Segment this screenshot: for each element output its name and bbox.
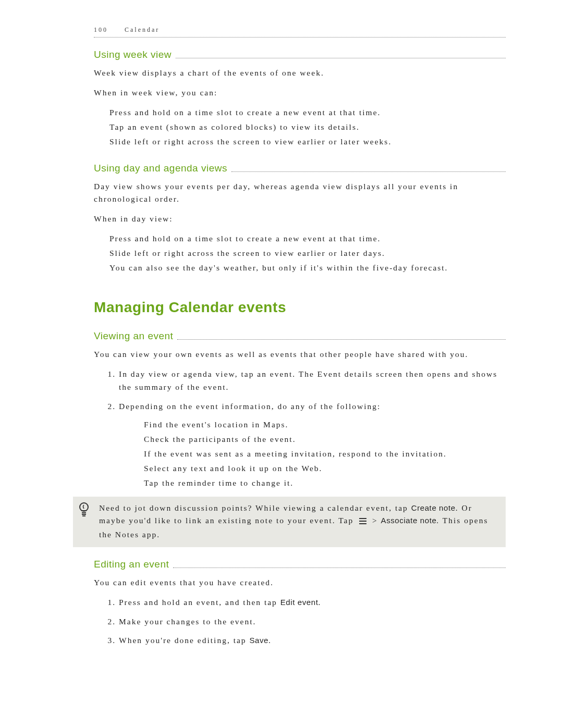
lightbulb-icon bbox=[77, 502, 91, 517]
dotted-rule bbox=[176, 58, 506, 58]
step-item: When you're done editing, tap Save. bbox=[119, 634, 506, 647]
step-tail: . bbox=[268, 636, 272, 645]
subheading-row-editing: Editing an event bbox=[94, 559, 506, 570]
ui-save: Save bbox=[249, 636, 268, 645]
list-item: Slide left or right across the screen to… bbox=[109, 247, 506, 260]
step-item: Make your changes to the event. bbox=[119, 615, 506, 628]
svg-rect-2 bbox=[359, 521, 366, 522]
menu-icon bbox=[359, 516, 367, 528]
list-item: If the event was sent as a meeting invit… bbox=[144, 448, 506, 460]
ui-create-note: Create note bbox=[411, 503, 456, 512]
viewing-intro: You can view your own events as well as … bbox=[94, 348, 506, 361]
list-item: Press and hold on a time slot to create … bbox=[109, 106, 506, 119]
week-intro: Week view displays a chart of the events… bbox=[94, 67, 506, 79]
page-number: 100 bbox=[94, 26, 108, 33]
svg-point-0 bbox=[80, 503, 88, 511]
tip-callout: Need to jot down discussion points? Whil… bbox=[73, 497, 506, 547]
viewing-steps: In day view or agenda view, tap an event… bbox=[94, 368, 506, 489]
tip-text: Need to jot down discussion points? Whil… bbox=[99, 502, 500, 541]
editing-steps: Press and hold an event, and then tap Ed… bbox=[94, 596, 506, 647]
list-item: Press and hold on a time slot to create … bbox=[109, 232, 506, 245]
document-page: 100 Calendar Using week view Week view d… bbox=[0, 0, 563, 728]
step-item: Press and hold an event, and then tap Ed… bbox=[119, 596, 506, 609]
step-tail: . bbox=[318, 598, 321, 607]
page-header: 100 Calendar bbox=[94, 26, 506, 34]
subheading-week: Using week view bbox=[94, 49, 172, 60]
list-item: Check the participants of the event. bbox=[144, 433, 506, 446]
day-lead: When in day view: bbox=[94, 213, 506, 225]
list-item: Tap an event (shown as colored blocks) t… bbox=[109, 121, 506, 133]
subheading-row-viewing: Viewing an event bbox=[94, 330, 506, 342]
ui-associate-note: Associate note bbox=[381, 516, 437, 525]
tip-chevr: > bbox=[369, 516, 381, 525]
subheading-editing: Editing an event bbox=[94, 559, 169, 570]
week-lead: When in week view, you can: bbox=[94, 87, 506, 99]
step-text: When you're done editing, tap bbox=[119, 636, 249, 645]
list-item: Slide left or right across the screen to… bbox=[109, 135, 506, 148]
dotted-rule bbox=[231, 171, 506, 172]
dotted-rule bbox=[173, 567, 506, 568]
subheading-day: Using day and agenda views bbox=[94, 163, 227, 174]
step-text: Depending on the event information, do a… bbox=[119, 402, 381, 411]
header-section: Calendar bbox=[125, 26, 160, 33]
step-item: In day view or agenda view, tap an event… bbox=[119, 368, 506, 394]
list-item: Tap the reminder time to change it. bbox=[144, 477, 506, 489]
svg-rect-1 bbox=[359, 518, 366, 519]
week-bullets: Press and hold on a time slot to create … bbox=[109, 106, 506, 148]
subheading-row-day: Using day and agenda views bbox=[94, 163, 506, 174]
step-item: Depending on the event information, do a… bbox=[119, 400, 506, 489]
day-bullets: Press and hold on a time slot to create … bbox=[109, 232, 506, 274]
list-item: Find the event's location in Maps. bbox=[144, 418, 506, 431]
heading-managing: Managing Calendar events bbox=[94, 299, 506, 316]
step-text: Press and hold an event, and then tap bbox=[119, 598, 280, 607]
ui-edit-event: Edit event bbox=[280, 598, 319, 607]
header-divider bbox=[94, 37, 506, 38]
subheading-row-week: Using week view bbox=[94, 49, 506, 60]
viewing-sublist: Find the event's location in Maps. Check… bbox=[144, 418, 506, 489]
list-item: Select any text and look it up on the We… bbox=[144, 462, 506, 475]
list-item: You can also see the day's weather, but … bbox=[109, 262, 506, 274]
day-intro: Day view shows your events per day, wher… bbox=[94, 180, 506, 205]
subheading-viewing: Viewing an event bbox=[94, 330, 173, 342]
editing-intro: You can edit events that you have create… bbox=[94, 576, 506, 589]
svg-rect-3 bbox=[359, 523, 366, 524]
dotted-rule bbox=[177, 339, 506, 340]
tip-t1: Need to jot down discussion points? Whil… bbox=[99, 503, 411, 512]
